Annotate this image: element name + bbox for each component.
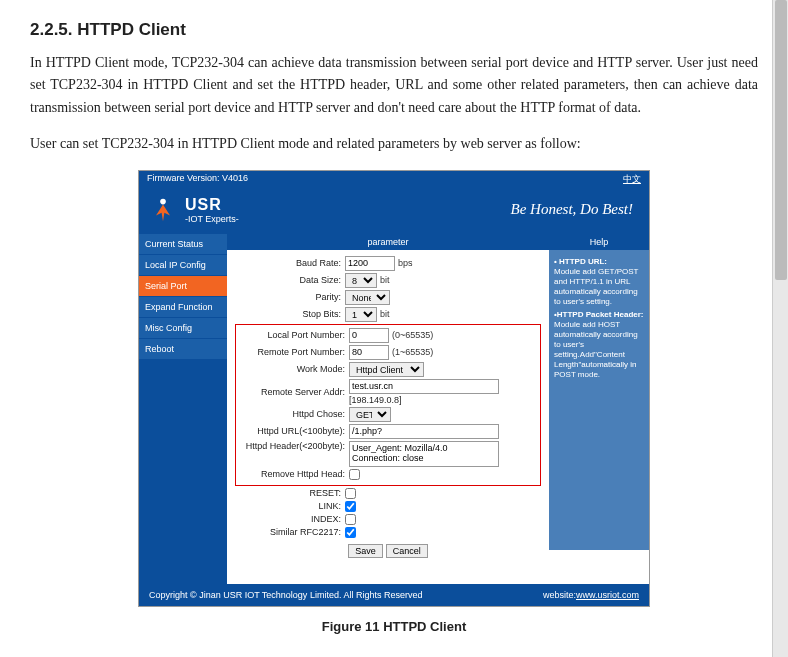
nav-current-status[interactable]: Current Status	[139, 234, 227, 255]
reset-checkbox[interactable]	[345, 488, 356, 499]
sidebar-nav: Current Status Local IP Config Serial Po…	[139, 234, 227, 584]
link-checkbox[interactable]	[345, 501, 356, 512]
nav-misc-config[interactable]: Misc Config	[139, 318, 227, 339]
work-mode-select[interactable]: Httpd Client	[349, 362, 424, 377]
form-header: parameter	[227, 234, 549, 250]
reset-label: RESET:	[235, 488, 345, 498]
webpage-screenshot: Firmware Version: V4016 中文 USR -IOT Expe…	[138, 170, 650, 607]
webpage-banner: USR -IOT Experts- Be Honest, Do Best!	[139, 188, 649, 234]
nav-expand-function[interactable]: Expand Function	[139, 297, 227, 318]
footer-website-label: website:	[543, 590, 576, 600]
nav-reboot[interactable]: Reboot	[139, 339, 227, 360]
help-title-2: •HTTPD Packet Header:	[554, 310, 644, 320]
footer-website-link[interactable]: www.usriot.com	[576, 590, 639, 600]
index-label: INDEX:	[235, 514, 345, 524]
httpd-header-label: Httpd Header(<200byte):	[239, 441, 349, 451]
data-size-label: Data Size:	[235, 275, 345, 285]
help-header: Help	[549, 234, 649, 250]
remove-head-label: Remove Httpd Head:	[239, 469, 349, 479]
link-label: LINK:	[235, 501, 345, 511]
httpd-url-label: Httpd URL(<100byte):	[239, 426, 349, 436]
parity-select[interactable]: None	[345, 290, 390, 305]
doc-scrollbar-thumb[interactable]	[775, 0, 787, 280]
remote-addr-label: Remote Server Addr:	[239, 387, 349, 397]
help-panel: • HTTPD URL: Module add GET/POST and HTT…	[549, 250, 649, 550]
nav-serial-port[interactable]: Serial Port	[139, 276, 227, 297]
help-body-1: Module add GET/POST and HTTP/1.1 in URL …	[554, 267, 644, 307]
stop-bits-unit: bit	[380, 309, 390, 319]
local-port-label: Local Port Number:	[239, 330, 349, 340]
usr-logo-icon	[149, 196, 177, 224]
stop-bits-select[interactable]: 1	[345, 307, 377, 322]
remote-addr-ip: [198.149.0.8]	[349, 395, 402, 405]
body-paragraph-1: In HTTPD Client mode, TCP232-304 can ach…	[30, 52, 758, 119]
webpage-topbar: Firmware Version: V4016 中文	[139, 171, 649, 188]
remove-head-checkbox[interactable]	[349, 469, 360, 480]
help-title-1: • HTTPD URL:	[554, 257, 644, 267]
baud-rate-input[interactable]	[345, 256, 395, 271]
remote-port-hint: (1~65535)	[392, 347, 433, 357]
help-body-2: Module add HOST automatically according …	[554, 320, 644, 380]
save-button[interactable]: Save	[348, 544, 383, 558]
local-port-hint: (0~65535)	[392, 330, 433, 340]
body-paragraph-2: User can set TCP232-304 in HTTPD Client …	[30, 133, 758, 155]
httpd-chose-label: Httpd Chose:	[239, 409, 349, 419]
brand-name: USR	[185, 196, 239, 214]
footer-copyright: Copyright © Jinan USR IOT Technology Lim…	[149, 590, 422, 600]
index-checkbox[interactable]	[345, 514, 356, 525]
local-port-input[interactable]	[349, 328, 389, 343]
brand-slogan: Be Honest, Do Best!	[511, 201, 633, 218]
baud-rate-unit: bps	[398, 258, 413, 268]
firmware-version: V4016	[222, 173, 248, 183]
httpd-header-input[interactable]	[349, 441, 499, 467]
remote-port-input[interactable]	[349, 345, 389, 360]
brand-subtitle: -IOT Experts-	[185, 214, 239, 224]
doc-scrollbar[interactable]	[772, 0, 788, 654]
remote-addr-input[interactable]	[349, 379, 499, 394]
nav-local-ip-config[interactable]: Local IP Config	[139, 255, 227, 276]
rfc2217-checkbox[interactable]	[345, 527, 356, 538]
baud-rate-label: Baud Rate:	[235, 258, 345, 268]
data-size-select[interactable]: 8	[345, 273, 377, 288]
lang-link[interactable]: 中文	[623, 173, 641, 186]
httpd-url-input[interactable]	[349, 424, 499, 439]
svg-point-0	[160, 198, 166, 204]
cancel-button[interactable]: Cancel	[386, 544, 428, 558]
firmware-label: Firmware Version:	[147, 173, 220, 183]
httpd-chose-select[interactable]: GET	[349, 407, 391, 422]
highlighted-params-box: Local Port Number: (0~65535) Remote Port…	[235, 324, 541, 486]
webpage-footer: Copyright © Jinan USR IOT Technology Lim…	[139, 584, 649, 606]
stop-bits-label: Stop Bits:	[235, 309, 345, 319]
rfc2217-label: Similar RFC2217:	[235, 527, 345, 537]
remote-port-label: Remote Port Number:	[239, 347, 349, 357]
data-size-unit: bit	[380, 275, 390, 285]
parity-label: Parity:	[235, 292, 345, 302]
section-heading: 2.2.5. HTTPD Client	[30, 20, 758, 40]
work-mode-label: Work Mode:	[239, 364, 349, 374]
figure-caption: Figure 11 HTTPD Client	[30, 619, 758, 634]
